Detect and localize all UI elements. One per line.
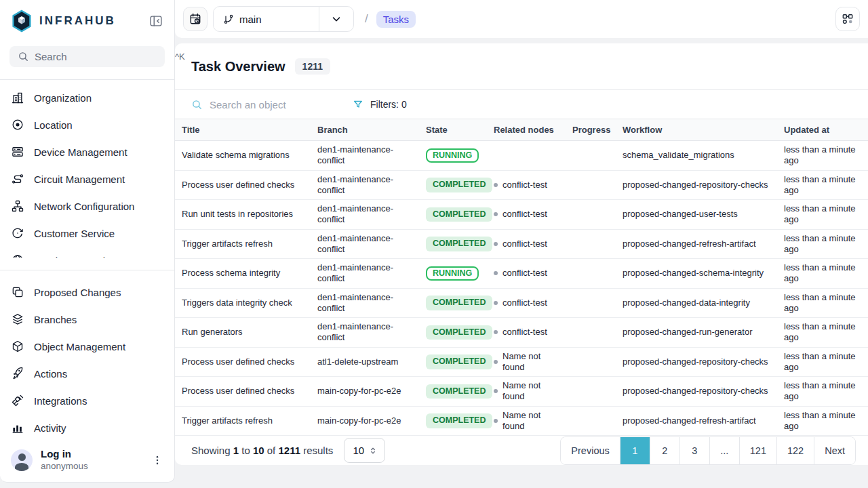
cell-progress — [566, 288, 616, 318]
cell-related — [487, 141, 566, 171]
cell-branch: den1-maintenance-conflict — [311, 229, 419, 259]
cell-workflow: proposed-changed-data-integrity — [616, 288, 777, 318]
cell-updated: less than a minute ago — [777, 200, 868, 230]
table-row[interactable]: Validate schema migrations den1-maintena… — [175, 141, 868, 171]
branch-current[interactable]: main — [214, 7, 319, 31]
page-button-122[interactable]: 122 — [776, 437, 814, 464]
sidebar-item-routing-peering[interactable]: Routing & Peering — [0, 247, 174, 258]
login-label[interactable]: Log in — [41, 448, 88, 461]
sidebar-item-object-management[interactable]: Object Management — [0, 333, 174, 360]
branch-dropdown-button[interactable] — [319, 7, 353, 31]
cell-state: COMPLETED — [419, 288, 487, 318]
sidebar-collapse-icon[interactable] — [149, 14, 163, 28]
cell-branch: den1-maintenance-conflict — [311, 318, 419, 348]
sidebar-search-input[interactable] — [35, 51, 170, 62]
status-badge: COMPLETED — [426, 384, 492, 399]
cell-workflow: proposed-changed-repository-checks — [616, 377, 777, 407]
table-row[interactable]: Triggers data integrity check den1-maint… — [175, 288, 868, 318]
object-search-input[interactable] — [210, 99, 332, 110]
map-pin-icon — [11, 118, 24, 131]
task-count-badge: 1211 — [295, 58, 330, 75]
cell-related: conflict-test — [487, 318, 566, 348]
table-row[interactable]: Process user defined checks den1-mainten… — [175, 170, 868, 200]
sidebar-item-circuit-management[interactable]: Circuit Management — [0, 165, 174, 192]
cell-related: conflict-test — [487, 229, 566, 259]
cell-workflow: proposed-changed-repository-checks — [616, 170, 777, 200]
sidebar-item-customer-service[interactable]: Customer Service — [0, 220, 174, 247]
sidebar-item-organization[interactable]: Organization — [0, 84, 174, 111]
sidebar-item-activity[interactable]: Activity — [0, 414, 174, 441]
table-row[interactable]: Process schema integrity den1-maintenanc… — [175, 259, 868, 289]
status-badge: COMPLETED — [426, 178, 492, 192]
sidebar-item-branches[interactable]: Branches — [0, 306, 174, 333]
cell-branch: den1-maintenance-conflict — [311, 259, 419, 289]
time-travel-button[interactable] — [183, 7, 208, 31]
filters-button[interactable]: Filters: 0 — [353, 99, 407, 110]
cell-progress — [566, 318, 616, 348]
table-row[interactable]: Run generators den1-maintenance-conflict… — [175, 318, 868, 348]
breadcrumb-tasks[interactable]: Tasks — [376, 11, 416, 28]
page-button-3[interactable]: 3 — [679, 437, 709, 464]
sidebar-item-label: Customer Service — [34, 228, 115, 239]
table-row[interactable]: Process user defined checks atl1-delete-… — [175, 347, 868, 377]
sidebar-item-label: Proposed Changes — [34, 287, 121, 298]
chevron-up-down-icon — [368, 446, 378, 455]
status-badge: COMPLETED — [426, 413, 492, 428]
previous-page-button[interactable]: Previous — [561, 437, 619, 464]
cell-related: conflict-test — [487, 200, 566, 230]
cell-related: Name not found — [487, 406, 566, 436]
sidebar-item-label: Actions — [34, 368, 67, 380]
status-badge: COMPLETED — [426, 325, 492, 340]
filter-funnel-icon — [353, 99, 363, 110]
bullet-icon — [494, 212, 498, 216]
status-badge: RUNNING — [426, 148, 479, 163]
main-area: main / Tasks Task Overview 1211 — [175, 0, 868, 488]
object-search[interactable] — [191, 99, 347, 110]
search-icon — [18, 51, 29, 62]
cell-title: Process user defined checks — [175, 170, 311, 200]
page-button-121[interactable]: 121 — [739, 437, 776, 464]
table-row[interactable]: Trigger artifacts refresh den1-maintenan… — [175, 229, 868, 259]
table-row[interactable]: Trigger artifacts refresh main-copy-for-… — [175, 406, 868, 436]
cell-state: RUNNING — [419, 141, 487, 171]
page-ellipsis: ... — [709, 437, 739, 464]
bullet-icon — [494, 301, 498, 305]
sidebar-item-label: Branches — [34, 314, 77, 325]
cell-branch: den1-maintenance-conflict — [311, 200, 419, 230]
table-row[interactable]: Process user defined checks main-copy-fo… — [175, 377, 868, 407]
cell-updated: less than a minute ago — [777, 288, 868, 318]
sidebar-item-actions[interactable]: Actions — [0, 360, 174, 387]
table-header-row: Title Branch State Related nodes Progres… — [175, 119, 868, 141]
kebab-menu-icon[interactable] — [151, 454, 163, 466]
sidebar-item-label: Device Management — [34, 146, 127, 158]
cell-progress — [566, 406, 616, 436]
user-row[interactable]: Log in anonymous — [0, 441, 174, 482]
page-button-2[interactable]: 2 — [650, 437, 679, 464]
cell-title: Run unit tests in repositories — [175, 200, 311, 230]
username-label: anonymous — [41, 461, 88, 472]
bullet-icon — [494, 271, 498, 275]
customer-service-icon — [11, 226, 24, 240]
col-state: State — [419, 119, 487, 141]
sidebar-item-location[interactable]: Location — [0, 111, 174, 138]
cell-related: Name not found — [487, 377, 566, 407]
page-button-1[interactable]: 1 — [620, 437, 650, 464]
cell-workflow: proposed-changed-user-tests — [616, 200, 777, 230]
table-row[interactable]: Run unit tests in repositories den1-main… — [175, 200, 868, 230]
sidebar-nav-app: Proposed Changes Branches Object Managem… — [0, 270, 174, 441]
cell-progress — [566, 347, 616, 377]
sidebar-item-device-management[interactable]: Device Management — [0, 138, 174, 165]
cell-progress — [566, 170, 616, 200]
cell-state: COMPLETED — [419, 347, 487, 377]
cell-workflow: proposed-changed-run-generator — [616, 318, 777, 348]
bullet-icon — [494, 183, 498, 187]
sidebar-item-network-configuration[interactable]: Network Configuration — [0, 192, 174, 220]
sidebar-search[interactable]: ^K — [9, 46, 165, 67]
page-title: Task Overview — [191, 59, 285, 75]
page-size-select[interactable]: 10 — [344, 438, 385, 463]
col-related-nodes: Related nodes — [487, 119, 566, 141]
sidebar-item-integrations[interactable]: Integrations — [0, 387, 174, 414]
sidebar-item-proposed-changes[interactable]: Proposed Changes — [0, 279, 174, 306]
workflow-graph-button[interactable] — [835, 7, 860, 31]
next-page-button[interactable]: Next — [814, 437, 855, 464]
